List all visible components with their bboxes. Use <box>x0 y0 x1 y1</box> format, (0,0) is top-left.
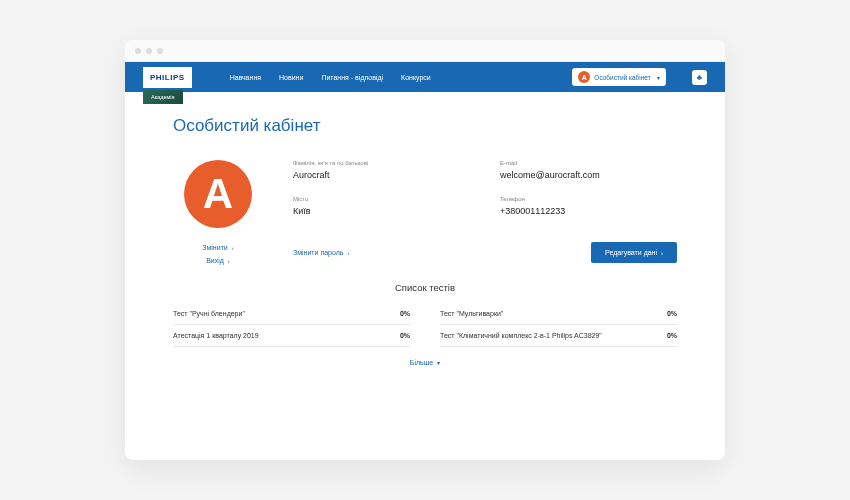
field-value: Київ <box>293 206 470 216</box>
cabinet-dropdown[interactable]: А Особистий кабінет ▾ <box>572 68 665 86</box>
test-score: 0% <box>400 310 410 317</box>
field-phone: Телефон +380001112233 <box>500 196 677 218</box>
field-email: E-mail welcome@aurocraft.com <box>500 160 677 182</box>
field-value: Aurocraft <box>293 170 470 180</box>
field-label: Місто <box>293 196 470 202</box>
brand-logo[interactable]: PHILIPS <box>143 67 192 88</box>
nav-training[interactable]: Навчання <box>230 74 261 81</box>
field-value: +380001112233 <box>500 206 677 216</box>
window-dot <box>157 48 163 54</box>
field-city: Місто Київ <box>293 196 470 218</box>
change-avatar-link[interactable]: Змінити › <box>202 244 233 251</box>
chevron-down-icon: ▾ <box>657 74 660 81</box>
test-row[interactable]: Тест "Кліматичний комплекс 2-в-1 Philips… <box>440 325 677 347</box>
test-name: Тест "Кліматичний комплекс 2-в-1 Philips… <box>440 332 602 339</box>
notifications-button[interactable]: ♣ <box>692 70 707 85</box>
field-value: welcome@aurocraft.com <box>500 170 677 180</box>
window-dot <box>135 48 141 54</box>
more-tests-link[interactable]: Більше ▾ <box>173 359 677 366</box>
cabinet-label: Особистий кабінет <box>594 74 650 81</box>
main-nav: Навчання Новини Питання - відповіді Конк… <box>230 74 431 81</box>
tests-grid: Тест "Ручні блендери" 0% Тест "Мультивар… <box>173 303 677 347</box>
test-score: 0% <box>400 332 410 339</box>
profile-fields: Фамілія, ім'я та по батькові Aurocraft E… <box>293 160 677 264</box>
change-password-link[interactable]: Змінити пароль › <box>293 249 349 256</box>
content-area: Особистий кабінет А Змінити › Вихід › Фа… <box>125 92 725 460</box>
field-label: E-mail <box>500 160 677 166</box>
profile-sidebar: А Змінити › Вихід › <box>173 160 263 264</box>
titlebar <box>125 40 725 62</box>
brand-sub-label: Академія <box>143 90 183 104</box>
browser-frame: PHILIPS Академія Навчання Новини Питання… <box>125 40 725 460</box>
test-name: Атестація 1 кварталу 2019 <box>173 332 259 339</box>
profile-actions: Змінити пароль › Редагувати дані › <box>293 241 677 264</box>
nav-news[interactable]: Новини <box>279 74 303 81</box>
window-dot <box>146 48 152 54</box>
tests-title: Список тестів <box>173 282 677 293</box>
field-name: Фамілія, ім'я та по батькові Aurocraft <box>293 160 470 182</box>
test-name: Тест "Ручні блендери" <box>173 310 245 317</box>
test-row[interactable]: Тест "Мультиварки" 0% <box>440 303 677 325</box>
test-name: Тест "Мультиварки" <box>440 310 503 317</box>
test-row[interactable]: Тест "Ручні блендери" 0% <box>173 303 410 325</box>
logout-link[interactable]: Вихід › <box>206 257 230 264</box>
avatar-small-icon: А <box>578 71 590 83</box>
avatar: А <box>184 160 252 228</box>
field-label: Фамілія, ім'я та по батькові <box>293 160 470 166</box>
test-score: 0% <box>667 332 677 339</box>
nav-contests[interactable]: Конкурси <box>401 74 431 81</box>
profile-section: А Змінити › Вихід › Фамілія, ім'я та по … <box>173 160 677 264</box>
test-score: 0% <box>667 310 677 317</box>
nav-faq[interactable]: Питання - відповіді <box>321 74 383 81</box>
field-label: Телефон <box>500 196 677 202</box>
page-title: Особистий кабінет <box>173 116 677 136</box>
test-row[interactable]: Атестація 1 кварталу 2019 0% <box>173 325 410 347</box>
header-bar: PHILIPS Академія Навчання Новини Питання… <box>125 62 725 92</box>
edit-profile-button[interactable]: Редагувати дані › <box>591 242 677 263</box>
bell-icon: ♣ <box>697 73 702 82</box>
